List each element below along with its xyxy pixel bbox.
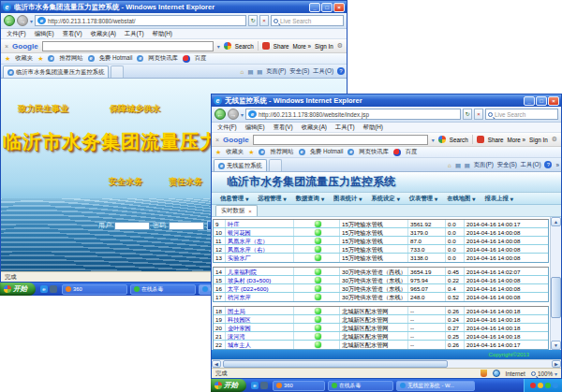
back-nav-forward-icon[interactable]: → — [17, 15, 28, 26]
row-name-link[interactable]: 凤凰水岸（右） — [226, 245, 294, 253]
feeds-icon[interactable]: ▤ — [455, 162, 461, 168]
new-tab-button[interactable] — [111, 65, 124, 78]
menu-help[interactable]: 帮助(H) — [363, 123, 383, 132]
username-field[interactable] — [114, 222, 150, 230]
tray-icon-yellow[interactable] — [538, 383, 543, 388]
menu-file[interactable]: 文件(F) — [7, 30, 26, 38]
tray-icon-red[interactable] — [530, 383, 536, 388]
quicklaunch-ie-icon[interactable]: e — [40, 285, 48, 293]
menu-view[interactable]: 查看(V) — [63, 30, 82, 38]
row-name-link[interactable]: 祊河东岸 — [226, 293, 294, 301]
help-icon[interactable]: ? — [337, 67, 345, 75]
scroll-left-icon[interactable]: ◀ — [212, 360, 221, 368]
cmd-tools-button[interactable]: 工具(O) — [521, 161, 541, 169]
menu-help[interactable]: 帮助(H) — [153, 30, 172, 38]
google-search-button[interactable]: Search — [450, 137, 468, 143]
nav-item-3[interactable]: 图表统计▾ — [329, 195, 366, 203]
back-active-tab[interactable]: e 临沂市水务集团流量压力监控系统 — [3, 65, 109, 78]
new-tab-button[interactable] — [269, 159, 282, 171]
live-search-input[interactable]: Live Search — [485, 109, 558, 120]
google-search-caret-icon[interactable]: ▾ — [432, 137, 435, 143]
front-nav-forward-icon[interactable]: → — [228, 109, 239, 120]
toolbar-close-icon[interactable]: × — [5, 43, 8, 50]
google-share-button[interactable]: Share — [488, 137, 504, 143]
google-signin-button[interactable]: Sign In — [315, 43, 333, 50]
stop-button[interactable]: × — [474, 109, 483, 120]
print-icon[interactable]: ▤ — [257, 68, 262, 75]
tab-close-icon[interactable]: × — [248, 209, 252, 214]
taskbar-button-3[interactable]: 无线监控系统 - W... — [396, 381, 475, 391]
row-name-link[interactable]: 银河花园 — [226, 228, 294, 236]
quicklaunch-desktop-icon[interactable] — [260, 382, 268, 389]
toolbar-close-icon[interactable]: × — [215, 137, 219, 143]
fav-suggested-sites[interactable]: 推荐网站 — [59, 54, 82, 63]
add-favorite-icon[interactable]: ★ — [37, 55, 43, 63]
tray-icon-blue[interactable] — [553, 383, 558, 388]
close-button[interactable]: × — [548, 96, 559, 106]
nav-item-6[interactable]: 在线地图▾ — [442, 195, 480, 203]
row-name-link[interactable]: 叶庄 — [226, 220, 294, 227]
add-favorite-icon[interactable]: ★ — [248, 149, 254, 156]
close-button[interactable]: × — [333, 3, 345, 12]
stop-button[interactable]: × — [259, 15, 269, 26]
google-more-button[interactable]: More » — [293, 43, 312, 50]
front-url-field[interactable]: e http://60.213.1.178:8080/website/index… — [245, 109, 461, 120]
nav-item-0[interactable]: 信息管理▾ — [215, 195, 253, 203]
menu-favorites[interactable]: 收藏夹(A) — [91, 30, 116, 38]
nav-item-1[interactable]: 远程管理▾ — [253, 195, 290, 203]
google-search-input[interactable] — [42, 41, 214, 51]
refresh-button[interactable]: ↻ — [248, 15, 258, 26]
scroll-up-icon[interactable]: ▲ — [551, 217, 561, 226]
front-nav-back-icon[interactable]: ← — [214, 109, 226, 120]
menu-tools[interactable]: 工具(T) — [335, 123, 355, 132]
taskbar-button-1[interactable]: 360 — [62, 284, 127, 295]
menu-edit[interactable]: 编辑(E) — [245, 123, 265, 132]
cmd-page-button[interactable]: 页面(P) — [266, 67, 286, 76]
google-search-input[interactable] — [253, 135, 428, 145]
menu-tools[interactable]: 工具(T) — [125, 30, 144, 38]
start-button[interactable]: 开始 — [211, 379, 246, 392]
tray-icon-green[interactable] — [545, 383, 551, 388]
taskbar-button-2[interactable]: 在线杀毒 — [328, 381, 393, 391]
back-url-field[interactable]: e http://60.213.1.178:8080/webstat/ — [35, 15, 246, 26]
row-name-link[interactable]: 凤凰水岸（左） — [226, 237, 294, 244]
home-icon[interactable]: ⌂ — [241, 68, 244, 75]
favorites-button[interactable]: 收藏夹 — [15, 54, 33, 63]
tab-realtime-data[interactable]: 实时数据 × — [215, 205, 258, 216]
scroll-thumb[interactable] — [223, 360, 448, 368]
cmd-tools-button[interactable]: 工具(O) — [313, 67, 333, 76]
minimize-button[interactable]: _ — [309, 3, 320, 12]
menu-favorites[interactable]: 收藏夹(A) — [302, 123, 327, 132]
zoom-control[interactable]: 100% ▾ — [531, 370, 557, 377]
feeds-icon[interactable]: ▤ — [247, 68, 253, 75]
menu-file[interactable]: 文件(F) — [217, 123, 237, 132]
scroll-thumb[interactable] — [551, 277, 561, 318]
maximize-button[interactable]: □ — [536, 96, 547, 106]
row-name-link[interactable]: 实验水厂 — [226, 254, 294, 262]
fav-hotmail[interactable]: 免费 Hotmail — [99, 54, 133, 63]
fav-webslice[interactable]: 网页快讯库 — [359, 148, 388, 156]
vertical-scrollbar[interactable]: ▲ ▼ — [550, 217, 561, 350]
menu-edit[interactable]: 编辑(E) — [35, 30, 54, 38]
front-active-tab[interactable]: e 无线监控系统 — [214, 159, 267, 171]
password-field[interactable] — [169, 222, 204, 230]
scroll-track[interactable] — [551, 226, 561, 341]
wrench-icon[interactable]: ⚙ — [552, 136, 557, 143]
scroll-track[interactable] — [221, 360, 552, 368]
nav-item-7[interactable]: 报表上报▾ — [481, 195, 518, 203]
overflow-chevron-icon[interactable]: » — [555, 162, 559, 168]
taskbar-button-1[interactable]: 360 — [273, 381, 325, 391]
row-name-link[interactable]: 城市主人 — [226, 341, 294, 349]
help-icon[interactable]: ? — [544, 161, 552, 168]
live-search-input[interactable]: Live Search — [271, 15, 344, 26]
menu-view[interactable]: 查看(V) — [274, 123, 293, 132]
google-signin-button[interactable]: Sign In — [529, 137, 548, 143]
google-more-button[interactable]: More » — [508, 137, 526, 143]
row-name-link[interactable]: 太平 (D22+600) — [226, 284, 294, 292]
address-dropdown-icon[interactable]: ▾ — [30, 18, 33, 24]
scroll-right-icon[interactable]: ▶ — [552, 360, 561, 368]
fav-baidu[interactable]: 百度 — [195, 54, 207, 63]
cmd-security-button[interactable]: 安全(S) — [497, 161, 517, 169]
nav-item-4[interactable]: 系统设定▾ — [366, 195, 404, 203]
start-button[interactable]: 开始 — [0, 283, 36, 296]
